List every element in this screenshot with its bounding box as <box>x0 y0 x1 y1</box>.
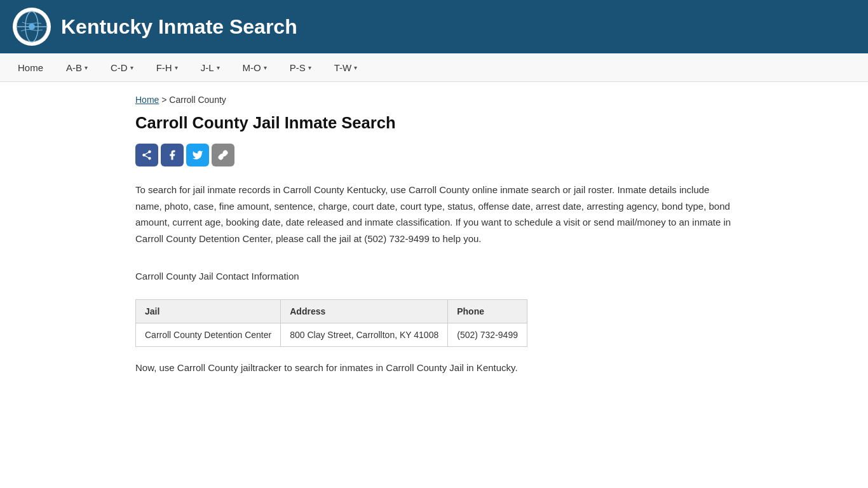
chevron-down-icon: ▾ <box>217 64 220 71</box>
nav-item-t-w[interactable]: T-W ▾ <box>323 53 369 81</box>
contact-table: Jail Address Phone Carroll County Detent… <box>135 299 527 347</box>
breadcrumb-separator: > <box>161 95 169 105</box>
table-header-address: Address <box>281 300 448 323</box>
facebook-button[interactable] <box>161 144 184 166</box>
table-cell-address: 800 Clay Street, Carrollton, KY 41008 <box>281 323 448 347</box>
breadcrumb-home-link[interactable]: Home <box>135 95 159 105</box>
nav-item-m-o[interactable]: M-O ▾ <box>231 53 278 81</box>
chevron-down-icon: ▾ <box>130 64 133 71</box>
twitter-button[interactable] <box>186 144 209 166</box>
nav-item-c-d[interactable]: C-D ▾ <box>99 53 145 81</box>
page-title: Carroll County Jail Inmate Search <box>135 114 733 132</box>
contact-info-label: Carroll County Jail Contact Information <box>135 271 733 281</box>
chevron-down-icon: ▾ <box>354 64 357 71</box>
table-cell-phone: (502) 732-9499 <box>448 323 527 347</box>
site-title: Kentucky Inmate Search <box>61 15 297 39</box>
nav-item-a-b[interactable]: A-B ▾ <box>55 53 99 81</box>
table-header-phone: Phone <box>448 300 527 323</box>
chevron-down-icon: ▾ <box>264 64 267 71</box>
site-logo <box>13 8 51 46</box>
chevron-down-icon: ▾ <box>175 64 178 71</box>
nav-item-p-s[interactable]: P-S ▾ <box>278 53 323 81</box>
table-row: Carroll County Detention Center800 Clay … <box>136 323 527 347</box>
social-buttons <box>135 144 733 166</box>
svg-point-3 <box>29 24 35 30</box>
nav-item-f-h[interactable]: F-H ▾ <box>145 53 189 81</box>
chevron-down-icon: ▾ <box>85 64 88 71</box>
table-cell-jail: Carroll County Detention Center <box>136 323 281 347</box>
site-header: Kentucky Inmate Search <box>0 0 868 53</box>
main-nav: HomeA-B ▾C-D ▾F-H ▾J-L ▾M-O ▾P-S ▾T-W ▾ <box>0 53 868 82</box>
description-text: To search for jail inmate records in Car… <box>135 182 733 247</box>
chevron-down-icon: ▾ <box>308 64 311 71</box>
copy-link-button[interactable] <box>212 144 234 166</box>
nav-item-j-l[interactable]: J-L ▾ <box>189 53 231 81</box>
nav-item-home[interactable]: Home <box>6 53 55 81</box>
breadcrumb: Home > Carroll County <box>135 95 733 105</box>
breadcrumb-current: Carroll County <box>169 95 226 105</box>
bottom-text: Now, use Carroll County jailtracker to s… <box>135 360 733 376</box>
table-header-jail: Jail <box>136 300 281 323</box>
main-content: Home > Carroll County Carroll County Jai… <box>116 82 752 389</box>
share-button[interactable] <box>135 144 158 166</box>
